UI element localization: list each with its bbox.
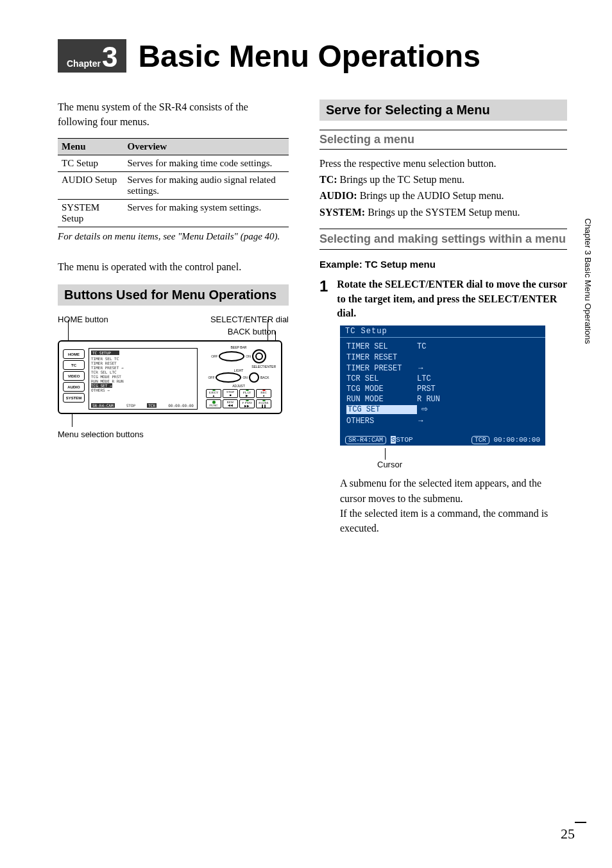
- table-row: TC Setup Serves for making time code set…: [58, 155, 289, 172]
- tc-button[interactable]: TC: [63, 360, 85, 370]
- panel-side-buttons: HOME TC VIDEO AUDIO SYSTEM: [63, 349, 85, 403]
- control-panel-diagram: HOME TC VIDEO AUDIO SYSTEM TC SETUP TIME…: [58, 340, 282, 453]
- back-button[interactable]: [249, 372, 259, 383]
- submenu-paragraph-2: If the selected item is a command, the c…: [340, 506, 567, 535]
- selecting-item-audio: AUDIO: Brings up the AUDIO Setup menu.: [319, 188, 567, 203]
- tc-row-highlighted: TCG SET ⇨: [346, 404, 540, 415]
- step-instruction: Rotate the SELECT/ENTER dial to move the…: [337, 277, 567, 320]
- tc-screen-footer: SR-R4:CAM SSTOP TCR 00:00:00:00: [340, 434, 545, 446]
- submenu-paragraph-1: A submenu for the selected item appears,…: [340, 476, 567, 505]
- func-button[interactable]: FUNC: [206, 399, 221, 408]
- tc-row: TCR SELLTC: [346, 374, 540, 384]
- rew-button[interactable]: REW◀◀: [223, 399, 238, 408]
- chapter-title: Basic Menu Operations: [138, 39, 480, 74]
- side-running-header: Chapter 3 Basic Menu Operations: [583, 218, 593, 344]
- table-row: SYSTEM Setup Serves for making system se…: [58, 200, 289, 227]
- off-label: OFF: [208, 376, 214, 379]
- intro-text: The menu system of the SR-R4 consists of…: [58, 100, 289, 129]
- beep-dial[interactable]: [219, 351, 244, 361]
- selecting-item-tc: TC: Brings up the TC Setup menu.: [319, 172, 567, 187]
- step-number: 1: [319, 277, 328, 320]
- chapter-badge: Chapter 3: [58, 39, 126, 73]
- eject-button[interactable]: EJECT▲: [206, 389, 221, 398]
- page-number: 25: [561, 826, 575, 842]
- lcd-line-hl: TCG SET →: [91, 383, 112, 388]
- label-menu-selection-buttons: Menu selection buttons: [58, 430, 144, 439]
- panel-dials: BEEP BAR OFF ON SELECT/ENTER LIGHT OFF O…: [200, 345, 277, 408]
- selecting-body: Press the respective menu selection butt…: [319, 156, 567, 171]
- chapter-word: Chapter: [67, 58, 101, 69]
- label-select-enter-dial: SELECT/ENTER dial: [210, 315, 289, 324]
- light-dial[interactable]: [216, 372, 241, 383]
- chapter-header: Chapter 3 Basic Menu Operations: [58, 39, 567, 74]
- stop-button[interactable]: STOP■: [223, 389, 238, 398]
- page-number-divider: [575, 822, 586, 823]
- tc-screen-title: TC Setup: [340, 326, 545, 338]
- lcd-line: TIMER RESET: [91, 361, 195, 365]
- label-home-button: HOME button: [58, 315, 108, 324]
- lcd-footer-left: SR-R4:CAM: [91, 403, 115, 408]
- footer-timecode: 00:00:00:00: [493, 436, 540, 444]
- back-label: BACK: [260, 376, 269, 379]
- lcd-footer-mid: STOP: [125, 403, 137, 408]
- off-label: OFF: [211, 354, 217, 358]
- table-header-menu: Menu: [58, 139, 123, 155]
- panel-note: The menu is operated with the control pa…: [58, 259, 289, 274]
- tc-setup-screen: TC Setup TIMER SELTC TIMER RESET TIMER P…: [340, 326, 545, 446]
- tc-row: TIMER SELTC: [346, 342, 540, 352]
- lcd-footer-time: 00:00:00:00: [167, 403, 195, 408]
- lcd-line: TIMER PRESET →: [91, 365, 195, 370]
- cross-reference: For details on menu items, see "Menu Det…: [58, 230, 289, 244]
- tc-row: TIMER RESET: [346, 352, 540, 363]
- subheading-making-settings: Selecting and making settings within a m…: [319, 229, 567, 250]
- step-1: 1 Rotate the SELECT/ENTER dial to move t…: [319, 277, 567, 320]
- cell-menu: AUDIO Setup: [58, 172, 123, 200]
- control-panel-box: HOME TC VIDEO AUDIO SYSTEM TC SETUP TIME…: [58, 340, 282, 414]
- cursor-leader-line: [385, 448, 386, 460]
- on-label: ON: [242, 376, 248, 379]
- video-button[interactable]: VIDEO: [63, 371, 85, 381]
- ffwd-button[interactable]: F FWD▶▶: [239, 399, 255, 408]
- table-row: AUDIO Setup Serves for making audio sign…: [58, 172, 289, 200]
- home-button[interactable]: HOME: [63, 349, 85, 359]
- subheading-selecting-menu: Selecting a menu: [319, 130, 567, 150]
- select-enter-dial[interactable]: [252, 349, 266, 363]
- example-heading: Example: TC Setup menu: [319, 259, 567, 270]
- cell-overview: Serves for making audio signal related s…: [123, 172, 289, 200]
- lcd-header: TC SETUP: [91, 351, 119, 355]
- menu-overview-table: Menu Overview TC Setup Serves for making…: [58, 138, 289, 227]
- section-header-buttons: Buttons Used for Menu Operations: [58, 284, 289, 306]
- cell-menu: TC Setup: [58, 155, 123, 172]
- table-header-overview: Overview: [123, 139, 289, 155]
- tc-row: RUN MODER RUN: [346, 394, 540, 404]
- tc-row: TIMER PRESET→: [346, 363, 540, 374]
- selecting-item-system: SYSTEM: Brings up the SYSTEM Setup menu.: [319, 205, 567, 220]
- on-label: ON: [246, 354, 251, 358]
- cell-overview: Serves for making system settings.: [123, 200, 289, 227]
- lcd-line: TCG MODE PRST: [91, 374, 195, 379]
- chapter-number: 3: [102, 46, 117, 68]
- lcd-line: RUN MODE R RUN: [91, 379, 195, 383]
- panel-lcd: TC SETUP TIMER SEL TC TIMER RESET TIMER …: [89, 348, 198, 410]
- play-button[interactable]: PLAY▶: [239, 389, 255, 398]
- lcd-line: OTHERS →: [91, 388, 195, 392]
- rec-button[interactable]: REC●: [256, 389, 271, 398]
- leader-line: [72, 414, 72, 427]
- footer-sr-r4: SR-R4:CAM: [345, 436, 386, 444]
- cell-overview: Serves for making time code settings.: [123, 155, 289, 172]
- system-button[interactable]: SYSTEM: [63, 393, 85, 403]
- lcd-footer: SR-R4:CAM STOP TCR 00:00:00:00: [91, 403, 195, 408]
- cell-menu: SYSTEM Setup: [58, 200, 123, 227]
- lcd-footer-tcr: TCR: [147, 403, 157, 408]
- section-header-serve: Serve for Selecting a Menu: [319, 100, 567, 121]
- lcd-line: TCR SEL LTC: [91, 370, 195, 374]
- lcd-line: TIMER SEL TC: [91, 356, 195, 361]
- label-back-button: BACK button: [58, 327, 276, 336]
- audio-button[interactable]: AUDIO: [63, 382, 85, 392]
- pause-button[interactable]: PAUSE❚❚: [256, 399, 271, 408]
- footer-tcr: TCR: [472, 436, 489, 444]
- tc-row: OTHERS→: [346, 415, 540, 426]
- adjust-label: ADJUST: [200, 384, 277, 388]
- footer-stop: STOP: [396, 436, 412, 444]
- cursor-label: Cursor: [377, 460, 567, 469]
